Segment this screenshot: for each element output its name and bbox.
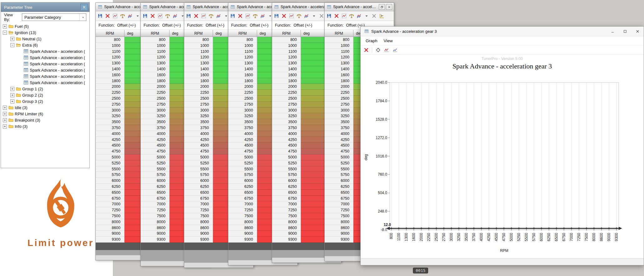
tree-item[interactable]: Spark Advance - acceleration ( <box>1 79 89 86</box>
graph-icon[interactable] <box>245 13 250 18</box>
rpm-cell: 6500 <box>272 190 301 196</box>
expand-icon[interactable]: + <box>3 112 7 116</box>
rpm-cell: 6500 <box>141 190 170 196</box>
rpm-cell: 800 <box>96 37 124 43</box>
dropdown-icon[interactable] <box>311 13 317 18</box>
tree-item[interactable]: +Group 2 (2) <box>1 92 89 98</box>
graph-window-titlebar[interactable]: Spark Advance - acceleration gear 3 <box>361 27 644 36</box>
close-button[interactable] <box>631 27 644 36</box>
menu-view[interactable]: View <box>381 38 396 44</box>
expand-icon[interactable]: + <box>10 99 14 103</box>
rpm-cell: 2250 <box>141 90 170 96</box>
compare-graph-icon[interactable] <box>127 13 133 18</box>
rpm-cell: 5750 <box>325 172 353 178</box>
clear-icon[interactable] <box>319 13 324 18</box>
tree-item[interactable]: Spark Advance - acceleration ( <box>1 61 89 67</box>
tree-item[interactable]: +Group 3 (2) <box>1 98 89 104</box>
collapse-icon[interactable]: − <box>3 31 7 35</box>
table-icon <box>186 4 191 9</box>
tree-item[interactable]: +Group 1 (2) <box>1 86 89 92</box>
compare-graph-icon[interactable] <box>304 13 309 18</box>
svg-text:2500: 2500 <box>434 233 439 241</box>
tree-item[interactable]: +Fuel (5) <box>1 23 89 29</box>
tree-item[interactable]: Spark Advance - acceleration ( <box>1 48 89 54</box>
delete-icon[interactable] <box>105 13 110 18</box>
expand-icon[interactable]: + <box>3 24 7 28</box>
view-by-value: Parameter Category <box>24 15 61 20</box>
app-root: Parameter Tree View By: Parameter Catego… <box>0 0 644 276</box>
expand-icon[interactable]: + <box>3 106 7 110</box>
rpm-cell: 1800 <box>96 78 124 84</box>
save-icon[interactable] <box>230 13 235 18</box>
expand-icon[interactable]: + <box>3 124 7 128</box>
expand-icon[interactable]: + <box>10 93 14 97</box>
clear-icon[interactable] <box>371 13 377 18</box>
function-value[interactable]: Offset (+/-) <box>250 23 268 28</box>
expand-icon[interactable]: + <box>10 37 14 41</box>
function-value[interactable]: Offset (+/-) <box>205 23 224 28</box>
graph-icon[interactable] <box>157 13 163 18</box>
dropdown-icon[interactable] <box>135 13 140 18</box>
function-value[interactable]: Offset (+/-) <box>117 23 136 28</box>
delete-icon[interactable] <box>281 13 287 18</box>
collapse-icon[interactable]: − <box>10 43 14 47</box>
restore-icon[interactable] <box>379 4 385 10</box>
trace-blue-icon[interactable] <box>392 48 398 53</box>
rpm-cell: 9000 <box>96 231 124 237</box>
menu-graph[interactable]: Graph <box>363 38 381 44</box>
dropdown-icon[interactable] <box>364 13 369 18</box>
table-icon <box>23 49 28 54</box>
crosshair-icon[interactable] <box>375 48 381 53</box>
chart-plot-area[interactable]: 2040.01784.01528.01272.01016.0760.0504.0… <box>361 55 644 258</box>
view-by-select[interactable]: Parameter Category <box>22 13 86 21</box>
tree-item[interactable]: +Info (3) <box>1 123 89 129</box>
scales-icon[interactable] <box>208 13 214 18</box>
save-icon[interactable] <box>142 13 148 18</box>
compare-graph-icon[interactable] <box>216 13 221 18</box>
delete-icon[interactable] <box>363 48 369 53</box>
tree-item[interactable]: Spark Advance - acceleration ( <box>1 54 89 61</box>
svg-text:3250: 3250 <box>457 233 461 241</box>
scales-icon[interactable] <box>349 13 354 18</box>
delete-icon[interactable] <box>334 13 339 18</box>
table-window-titlebar[interactable]: Spark Advance - acceleration gear 6 <box>325 3 394 11</box>
graph-icon[interactable] <box>112 13 118 18</box>
expand-icon[interactable]: + <box>10 87 14 91</box>
tree-item[interactable]: +Idle (3) <box>1 104 89 111</box>
minimize-button[interactable] <box>606 27 619 36</box>
delete-icon[interactable] <box>237 13 243 18</box>
tree-item[interactable]: +Breakpoint (3) <box>1 117 89 123</box>
compare-graph-icon[interactable] <box>356 13 362 18</box>
scales-icon[interactable] <box>252 13 258 18</box>
save-icon[interactable] <box>274 13 279 18</box>
graph-icon[interactable] <box>201 13 206 18</box>
scales-icon[interactable] <box>296 13 302 18</box>
parameter-tree-titlebar[interactable]: Parameter Tree <box>1 3 89 12</box>
maximize-button[interactable] <box>619 27 631 36</box>
save-icon[interactable] <box>97 13 103 18</box>
tree-item[interactable]: +Neutral (1) <box>1 36 89 42</box>
graph-icon[interactable] <box>289 13 294 18</box>
compare-graph-icon[interactable] <box>260 13 265 18</box>
tree-item[interactable]: −Extra (6) <box>1 42 89 48</box>
tree-item-label: Info (3) <box>15 124 28 129</box>
tree-item[interactable]: +RPM Limiter (6) <box>1 111 89 117</box>
compare-graph-icon[interactable] <box>172 13 178 18</box>
function-value[interactable]: Offset (+/-) <box>293 23 312 28</box>
close-icon[interactable] <box>386 4 392 10</box>
function-value[interactable]: Offset (+/-) <box>162 23 181 28</box>
graph-icon[interactable] <box>341 13 347 18</box>
expand-icon[interactable]: + <box>3 118 7 122</box>
scales-icon[interactable] <box>165 13 170 18</box>
delete-icon[interactable] <box>193 13 199 18</box>
scales-icon[interactable] <box>120 13 125 18</box>
tree-item[interactable]: Spark Advance - acceleration ( <box>1 67 89 73</box>
tree-item[interactable]: −Ignition (13) <box>1 29 89 36</box>
close-icon[interactable] <box>80 4 88 11</box>
delete-icon[interactable] <box>150 13 155 18</box>
trace-red-icon[interactable] <box>384 48 389 53</box>
save-icon[interactable] <box>326 13 332 18</box>
tree-item[interactable]: Spark Advance - acceleration ( <box>1 73 89 79</box>
y-axis-icon[interactable] <box>379 13 384 18</box>
save-icon[interactable] <box>186 13 191 18</box>
